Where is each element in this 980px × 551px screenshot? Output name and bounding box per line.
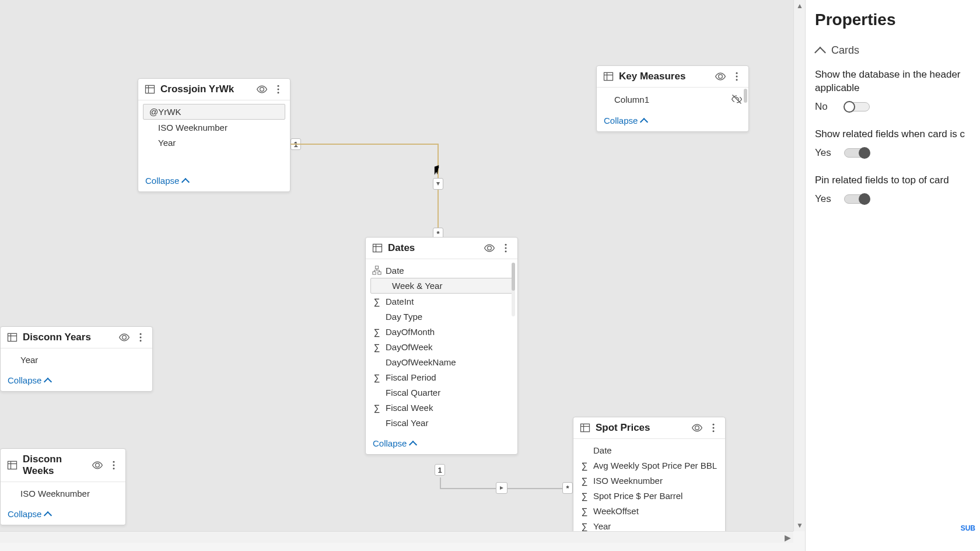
svg-rect-12 xyxy=(373,244,382,252)
table-field[interactable]: ∑Fiscal Period xyxy=(366,369,517,385)
chevron-up-icon xyxy=(44,377,52,385)
table-icon xyxy=(6,459,18,471)
field-label: ISO Weeknumber xyxy=(158,123,228,132)
svg-point-11 xyxy=(736,79,738,81)
collapse-label: Collapse xyxy=(373,438,407,448)
collapse-button[interactable]: Collapse xyxy=(366,434,517,454)
svg-point-36 xyxy=(113,461,115,463)
more-icon[interactable] xyxy=(708,422,719,434)
collapse-label: Collapse xyxy=(8,375,41,385)
table-card-disconnweeks[interactable]: Disconn Weeks ISO Weeknumber Collapse xyxy=(0,448,126,525)
table-field[interactable]: Fiscal Year xyxy=(366,415,517,430)
rel-line-h[interactable] xyxy=(290,144,439,145)
collapse-button[interactable]: Collapse xyxy=(138,171,290,191)
table-field[interactable]: ISO Weeknumber xyxy=(1,486,125,501)
table-field[interactable]: ISO Weeknumber xyxy=(138,120,290,135)
field-label: Fiscal Period xyxy=(386,372,436,382)
prop-label: Show the database in the header applicab… xyxy=(815,68,972,95)
visibility-icon[interactable] xyxy=(691,422,703,434)
sigma-icon: ∑ xyxy=(579,475,590,486)
table-field[interactable]: ∑Fiscal Week xyxy=(366,400,517,415)
table-field[interactable]: ∑DayOfWeek xyxy=(366,339,517,354)
table-field[interactable]: Fiscal Quarter xyxy=(366,385,517,400)
table-field[interactable]: ∑ISO Weeknumber xyxy=(573,473,725,488)
svg-rect-6 xyxy=(604,72,613,80)
table-header: Crossjoin YrWk xyxy=(138,79,290,100)
table-field[interactable]: Year xyxy=(138,135,290,150)
table-field[interactable]: Day Type xyxy=(366,309,517,324)
field-list: Column1 xyxy=(597,88,748,111)
field-label: DayOfMonth xyxy=(386,327,435,337)
table-field[interactable]: ∑DayOfMonth xyxy=(366,324,517,339)
table-title: Spot Prices xyxy=(596,422,687,434)
table-card-keymeasures[interactable]: Key Measures Column1 Collapse xyxy=(596,65,749,132)
scrollbar-thumb[interactable] xyxy=(744,89,747,103)
rel2-cardinality-many: * xyxy=(562,482,573,494)
table-icon xyxy=(603,71,614,82)
table-card-spot[interactable]: Spot Prices Date ∑Avg Weekly Spot Price … xyxy=(573,417,726,538)
table-card-dates[interactable]: Dates Date Week & Year ∑DateInt Day Type… xyxy=(365,237,518,455)
visibility-icon[interactable] xyxy=(118,332,130,343)
table-field[interactable]: ∑Avg Weekly Spot Price Per BBL xyxy=(573,458,725,473)
more-icon[interactable] xyxy=(272,83,284,95)
table-field[interactable]: Year xyxy=(1,352,152,367)
prop-label: Pin related fields to top of card xyxy=(815,174,972,187)
scroll-right-icon[interactable]: ▶ xyxy=(785,533,791,542)
table-field[interactable]: @YrWK xyxy=(143,104,285,120)
collapse-button[interactable]: Collapse xyxy=(1,371,152,391)
sigma-icon: ∑ xyxy=(579,460,590,470)
chevron-up-icon xyxy=(44,511,52,519)
table-field[interactable]: DayOfWeekName xyxy=(366,354,517,369)
toggle-switch[interactable] xyxy=(844,102,870,111)
table-field[interactable]: ∑WeekOffset xyxy=(573,503,725,518)
table-header: Disconn Years xyxy=(1,327,152,348)
chevron-up-icon xyxy=(181,177,190,186)
table-field[interactable]: Week & Year xyxy=(370,278,513,294)
hidden-icon[interactable] xyxy=(731,93,743,105)
field-label: Spot Price $ Per Barrel xyxy=(593,491,682,501)
table-field[interactable]: Column1 xyxy=(597,91,748,107)
visibility-icon[interactable] xyxy=(484,242,495,254)
visibility-icon[interactable] xyxy=(92,459,103,471)
more-icon[interactable] xyxy=(731,71,743,82)
sigma-icon: ∑ xyxy=(579,521,590,531)
table-field[interactable]: ∑DateInt xyxy=(366,294,517,309)
rel2-line-v1[interactable] xyxy=(440,477,441,489)
table-field[interactable]: Date xyxy=(573,442,725,458)
collapse-label: Collapse xyxy=(145,176,179,186)
scroll-down-icon[interactable]: ▼ xyxy=(794,519,806,531)
rel2-line-h[interactable] xyxy=(440,488,575,489)
more-icon[interactable] xyxy=(135,332,146,343)
collapse-button[interactable]: Collapse xyxy=(1,504,125,525)
svg-point-37 xyxy=(113,465,115,466)
toggle-switch[interactable] xyxy=(844,148,870,158)
more-icon[interactable] xyxy=(108,459,120,471)
svg-rect-0 xyxy=(146,85,155,93)
scroll-up-icon[interactable]: ▲ xyxy=(794,0,806,12)
scrollbar-track[interactable] xyxy=(512,263,515,316)
table-card-crossjoin[interactable]: Crossjoin YrWk @YrWK ISO Weeknumber Year… xyxy=(138,78,290,192)
table-header: Disconn Weeks xyxy=(1,449,125,482)
toggle-switch[interactable] xyxy=(844,194,870,204)
section-toggle-cards[interactable]: Cards xyxy=(815,44,974,57)
more-icon[interactable] xyxy=(500,242,512,254)
collapse-button[interactable]: Collapse xyxy=(597,111,748,131)
svg-point-10 xyxy=(736,76,738,78)
prop-label: Show related fields when card is c xyxy=(815,128,972,141)
visibility-icon[interactable] xyxy=(256,83,268,95)
sigma-icon: ∑ xyxy=(579,490,590,501)
table-title: Crossjoin YrWk xyxy=(160,83,251,95)
visibility-icon[interactable] xyxy=(715,71,726,82)
table-icon xyxy=(372,242,383,254)
model-canvas[interactable]: 1 * 1 * Crossjoin YrWk @YrWK ISO Weeknum… xyxy=(0,0,793,531)
table-field[interactable]: Date xyxy=(366,263,517,278)
table-title: Disconn Years xyxy=(23,332,114,343)
table-card-disconnyears[interactable]: Disconn Years Year Collapse xyxy=(0,326,153,392)
field-label: ISO Weeknumber xyxy=(593,476,663,486)
horizontal-scrollbar[interactable]: ▶ xyxy=(0,531,793,543)
svg-point-15 xyxy=(505,244,507,246)
table-field[interactable]: ∑Spot Price $ Per Barrel xyxy=(573,488,725,503)
scrollbar-thumb[interactable] xyxy=(512,263,515,291)
vertical-scrollbar[interactable]: ▲ ▼ xyxy=(793,0,805,531)
field-label: Avg Weekly Spot Price Per BBL xyxy=(593,461,717,470)
